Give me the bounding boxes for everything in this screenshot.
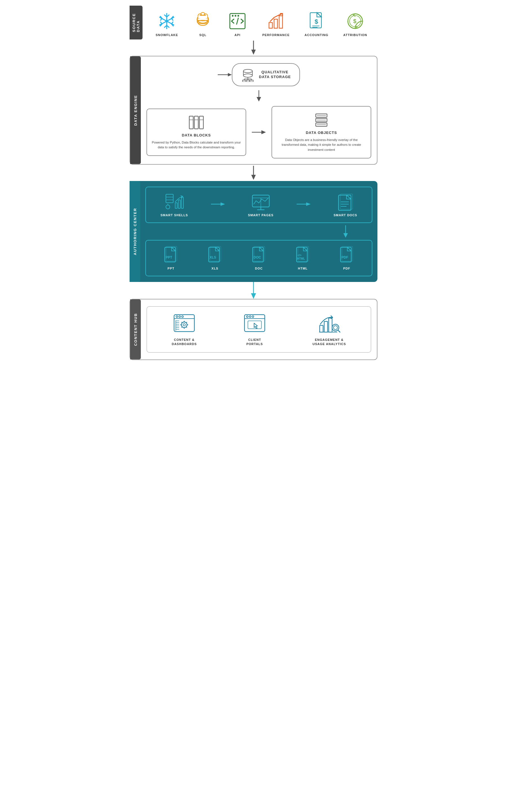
data-objects-box: DATA OBJECTS Data Objects are a business… xyxy=(272,106,371,158)
svg-point-45 xyxy=(243,69,252,73)
svg-line-37 xyxy=(317,13,321,17)
svg-marker-67 xyxy=(262,130,266,134)
data-objects-desc: Data Objects are a business-friendly ove… xyxy=(277,138,366,152)
smart-pages-item: SMART PAGES xyxy=(248,193,274,217)
svg-marker-152 xyxy=(254,323,258,329)
svg-marker-59 xyxy=(257,97,261,101)
svg-rect-57 xyxy=(250,80,253,82)
svg-point-158 xyxy=(334,326,337,329)
sql-icon xyxy=(193,11,213,31)
svg-rect-32 xyxy=(279,16,283,28)
arrow-shells-to-pages xyxy=(211,201,225,208)
svg-point-126 xyxy=(176,316,178,317)
source-api: API xyxy=(228,11,247,37)
engagement-analytics-label: ENGAGEMENT & USAGE ANALYTICS xyxy=(313,338,346,347)
ppt-label: PPT xyxy=(168,267,174,270)
formats-row: PPT PPT XLS XLS xyxy=(151,246,367,270)
data-blocks-box: DATA BLOCKS Powered by Python, Data Bloc… xyxy=(147,109,246,156)
data-blocks-title: DATA BLOCKS xyxy=(182,133,211,137)
accounting-label: ACCOUNTING xyxy=(304,33,328,37)
source-data-label: SOURCEDATA xyxy=(129,6,143,40)
engagement-analytics-item: ENGAGEMENT & USAGE ANALYTICS xyxy=(313,312,346,347)
content-hub-label: CONTENT HUB xyxy=(130,299,141,359)
svg-rect-56 xyxy=(246,80,249,82)
authoring-content: SMART SHELLS xyxy=(140,181,378,282)
svg-text:XLS: XLS xyxy=(210,255,216,259)
svg-rect-24 xyxy=(198,16,207,18)
accounting-icon: $ xyxy=(307,11,327,31)
svg-rect-83 xyxy=(181,197,183,208)
svg-rect-60 xyxy=(189,116,193,129)
source-icons-container: SNOWFLAKE SQL xyxy=(143,6,378,40)
svg-rect-31 xyxy=(274,19,277,28)
svg-point-148 xyxy=(246,316,248,317)
svg-rect-154 xyxy=(324,321,328,332)
source-data-section: SOURCEDATA xyxy=(129,6,378,40)
client-portals-label: CLIENT PORTALS xyxy=(246,338,263,347)
engine-content: QUALITATIVE DATA STORAGE xyxy=(141,56,377,164)
svg-point-79 xyxy=(166,205,170,209)
svg-rect-62 xyxy=(200,116,203,129)
svg-marker-123 xyxy=(251,293,256,299)
data-engine-label: DATA ENGINE xyxy=(130,56,141,164)
content-dashboards-label: CONTENT & DASHBOARDS xyxy=(172,338,197,347)
performance-icon xyxy=(266,11,286,31)
data-engine-section: DATA ENGINE xyxy=(129,56,378,165)
smart-docs-label: SMART DOCS xyxy=(334,213,357,217)
html-label: HTML xyxy=(298,267,308,270)
smart-pages-label: SMART PAGES xyxy=(248,213,274,217)
svg-line-102 xyxy=(172,247,175,251)
svg-point-130 xyxy=(183,324,185,326)
svg-rect-82 xyxy=(178,200,180,208)
svg-marker-42 xyxy=(251,50,256,55)
arrow-engine-to-authoring xyxy=(129,165,378,181)
source-attribution: $ ATTRIBUTION xyxy=(343,11,367,37)
svg-text:$: $ xyxy=(315,18,318,25)
svg-line-135 xyxy=(181,322,182,323)
svg-line-110 xyxy=(260,247,263,251)
svg-text:HTML: HTML xyxy=(297,257,305,260)
svg-marker-85 xyxy=(221,202,225,206)
svg-line-138 xyxy=(181,326,182,327)
svg-rect-81 xyxy=(175,203,177,208)
arrow-blocks-to-objects xyxy=(252,128,266,137)
data-objects-title: DATA OBJECTS xyxy=(306,131,337,135)
storage-title: QUALITATIVE DATA STORAGE xyxy=(259,70,291,80)
svg-marker-75 xyxy=(251,175,256,180)
svg-line-114 xyxy=(303,247,307,251)
performance-label: PERFORMANCE xyxy=(262,33,290,37)
svg-rect-151 xyxy=(248,321,262,329)
svg-rect-30 xyxy=(269,22,272,28)
svg-text:PPT: PPT xyxy=(166,255,172,259)
svg-point-128 xyxy=(182,316,183,317)
svg-line-8 xyxy=(161,18,162,20)
svg-point-28 xyxy=(235,15,236,17)
xls-label: XLS xyxy=(212,267,218,270)
smart-shells-label: SMART SHELLS xyxy=(161,213,188,217)
pdf-label: PDF xyxy=(343,267,350,270)
svg-line-136 xyxy=(186,326,187,327)
smart-docs-item: SMART DOCS xyxy=(334,193,357,217)
svg-line-94 xyxy=(346,195,351,199)
svg-line-12 xyxy=(172,18,173,20)
svg-line-159 xyxy=(338,331,340,332)
snowflake-icon xyxy=(157,11,177,31)
svg-line-106 xyxy=(216,247,219,251)
svg-point-157 xyxy=(332,324,339,331)
svg-text:DOC: DOC xyxy=(253,255,261,259)
arrow-source-to-engine xyxy=(129,40,378,56)
content-hub-section: CONTENT HUB xyxy=(129,299,378,360)
client-portals-item: CLIENT PORTALS xyxy=(243,312,266,347)
source-accounting: $ ACCOUNTING xyxy=(304,11,328,37)
svg-point-127 xyxy=(179,316,180,317)
svg-point-49 xyxy=(243,74,252,77)
sql-label: SQL xyxy=(199,33,207,37)
api-label: API xyxy=(235,33,240,37)
doc-item: DOC DOC xyxy=(251,246,267,270)
engine-top: QUALITATIVE DATA STORAGE xyxy=(147,63,371,87)
svg-point-29 xyxy=(237,15,239,17)
svg-rect-76 xyxy=(166,194,173,203)
svg-line-119 xyxy=(347,247,351,251)
svg-line-137 xyxy=(186,322,187,323)
svg-marker-100 xyxy=(343,233,348,238)
